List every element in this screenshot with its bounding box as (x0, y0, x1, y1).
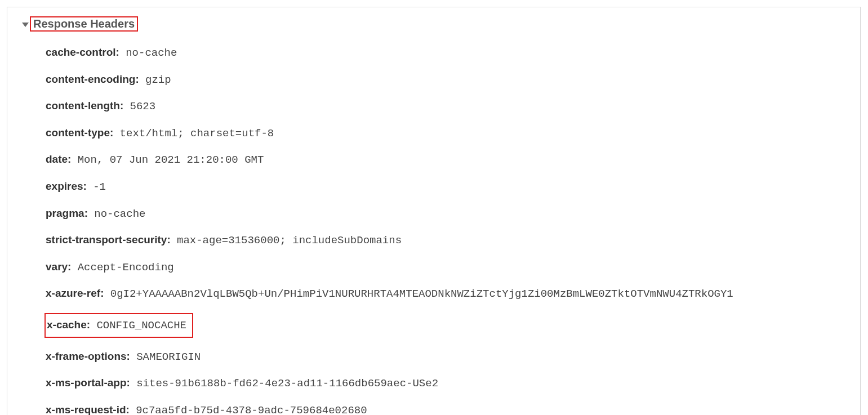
header-value: no-cache (94, 208, 145, 220)
header-name: strict-transport-security: (46, 234, 171, 246)
header-row-date: date: Mon, 07 Jun 2021 21:20:00 GMT (46, 152, 852, 168)
header-row-expires: expires: -1 (46, 179, 852, 195)
header-row-cache-control: cache-control: no-cache (46, 45, 852, 61)
header-name: x-ms-request-id: (46, 404, 130, 415)
header-value: Accept-Encoding (78, 261, 174, 274)
header-name: vary: (46, 261, 71, 273)
header-row-x-ms-portal-app: x-ms-portal-app: sites-91b6188b-fd62-4e2… (46, 376, 852, 391)
header-value: gzip (145, 74, 171, 86)
header-name: expires: (46, 180, 87, 192)
headers-list: cache-control: no-cache content-encoding… (46, 45, 852, 415)
header-name: x-frame-options: (46, 350, 130, 362)
header-name: x-cache: (46, 319, 90, 331)
header-row-pragma: pragma: no-cache (46, 206, 852, 222)
header-row-content-length: content-length: 5623 (46, 99, 852, 114)
header-value: 9c7aa5fd-b75d-4378-9adc-759684e02680 (136, 404, 367, 415)
header-name: cache-control: (46, 46, 119, 58)
header-row-content-type: content-type: text/html; charset=utf-8 (46, 126, 852, 141)
header-value: max-age=31536000; includeSubDomains (177, 234, 402, 247)
header-value: 0gI2+YAAAAABn2VlqLBW5Qb+Un/PHimPiV1NURUR… (110, 288, 733, 300)
header-value: no-cache (126, 47, 177, 59)
header-value: sites-91b6188b-fd62-4e23-ad11-1166db659a… (136, 377, 438, 390)
header-name: x-azure-ref: (46, 287, 104, 299)
header-value: SAMEORIGIN (136, 351, 201, 363)
header-name: content-type: (46, 127, 113, 139)
section-toggle[interactable]: Response Headers (22, 16, 138, 32)
header-row-x-cache: x-cache: CONFIG_NOCACHE (46, 313, 852, 338)
header-name: content-encoding: (46, 73, 139, 85)
header-name: date: (46, 153, 71, 165)
header-value: Mon, 07 Jun 2021 21:20:00 GMT (78, 154, 264, 166)
header-row-x-ms-request-id: x-ms-request-id: 9c7aa5fd-b75d-4378-9adc… (46, 403, 852, 415)
header-row-vary: vary: Accept-Encoding (46, 260, 852, 275)
header-row-x-frame-options: x-frame-options: SAMEORIGIN (46, 349, 852, 365)
header-value: -1 (93, 181, 106, 193)
header-value: CONFIG_NOCACHE (96, 319, 186, 332)
chevron-down-icon (22, 23, 29, 27)
header-row-x-azure-ref: x-azure-ref: 0gI2+YAAAAABn2VlqLBW5Qb+Un/… (46, 286, 852, 302)
header-value: text/html; charset=utf-8 (120, 127, 274, 140)
header-name: content-length: (46, 100, 123, 111)
header-row-strict-transport-security: strict-transport-security: max-age=31536… (46, 233, 852, 248)
section-title: Response Headers (30, 16, 138, 32)
response-headers-panel: Response Headers cache-control: no-cache… (7, 7, 861, 415)
header-name: pragma: (46, 207, 88, 219)
header-name: x-ms-portal-app: (46, 377, 130, 389)
header-row-content-encoding: content-encoding: gzip (46, 72, 852, 88)
header-value: 5623 (130, 100, 156, 113)
